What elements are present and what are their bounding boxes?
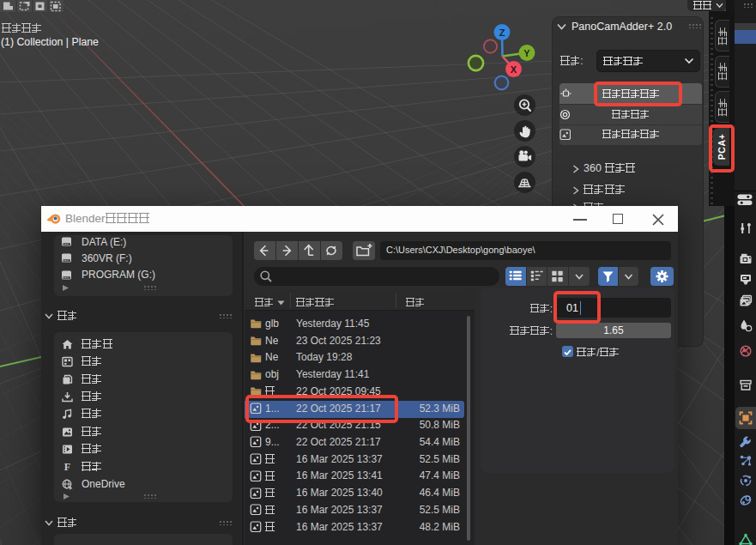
svg-text:Z: Z [499, 27, 505, 38]
svg-text:Y: Y [523, 48, 530, 58]
svg-text:X: X [510, 64, 517, 75]
svg-text:F: F [64, 461, 70, 472]
